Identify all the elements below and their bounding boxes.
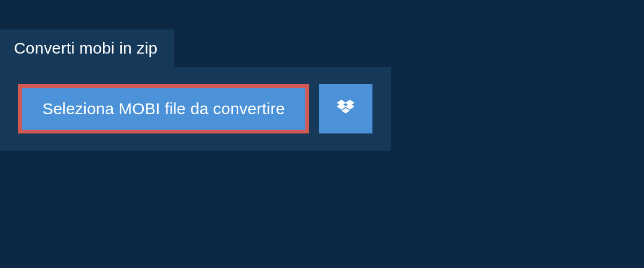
tab-bar: Converti mobi in zip bbox=[0, 29, 644, 67]
dropbox-icon bbox=[336, 98, 355, 120]
page-container: Converti mobi in zip Seleziona MOBI file… bbox=[0, 0, 644, 151]
tab-label: Converti mobi in zip bbox=[14, 39, 157, 57]
dropbox-button[interactable] bbox=[319, 84, 372, 133]
upload-panel: Seleziona MOBI file da convertire bbox=[0, 67, 391, 151]
tab-convert-mobi-zip[interactable]: Converti mobi in zip bbox=[0, 29, 174, 67]
select-file-button-label: Seleziona MOBI file da convertire bbox=[42, 100, 285, 118]
select-file-button[interactable]: Seleziona MOBI file da convertire bbox=[18, 84, 309, 133]
